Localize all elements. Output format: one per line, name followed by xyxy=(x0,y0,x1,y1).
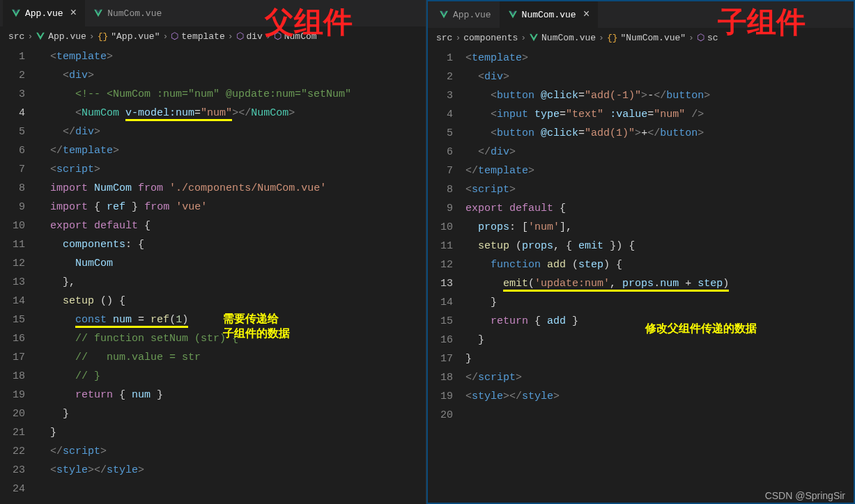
tab-numcom-vue-right[interactable]: NumCom.vue × xyxy=(500,1,599,28)
vue-icon xyxy=(508,10,518,19)
tab-app-vue-right[interactable]: App.vue xyxy=(431,1,500,28)
tab-label: App.vue xyxy=(25,8,63,19)
tab-label: NumCom.vue xyxy=(107,8,162,19)
breadcrumb-left[interactable]: src› App.vue› {} "App.vue"› ⬡ template› … xyxy=(0,26,426,46)
editor-left[interactable]: 123456789101112131415161718192021222324 … xyxy=(0,46,426,498)
tab-numcom-vue[interactable]: NumCom.vue xyxy=(85,0,170,26)
child-component-label: 子组件 xyxy=(718,3,806,42)
left-editor-pane: App.vue × NumCom.vue src› App.vue› {} "A… xyxy=(0,0,426,504)
vue-icon xyxy=(529,33,539,42)
close-icon[interactable]: × xyxy=(580,8,590,21)
template-icon: ⬡ xyxy=(171,31,178,42)
tab-bar-left: App.vue × NumCom.vue xyxy=(0,0,426,26)
tab-app-vue[interactable]: App.vue × xyxy=(3,0,85,26)
parent-component-label: 父组件 xyxy=(265,3,353,42)
annotation-left: 需要传递给子组件的数据 xyxy=(223,312,290,341)
line-gutter: 1234567891011121314151617181920 xyxy=(428,49,465,425)
code-area-left[interactable]: <template> <div> <!-- <NumCom :num="num"… xyxy=(38,47,426,498)
close-icon[interactable]: × xyxy=(68,7,77,19)
vue-icon xyxy=(11,8,21,18)
code-area-right[interactable]: <template> <div> <button @click="add(-1)… xyxy=(465,49,854,425)
tab-label: App.vue xyxy=(453,10,491,20)
vue-icon xyxy=(93,8,103,18)
div-icon: ⬡ xyxy=(236,31,244,42)
editor-right[interactable]: 1234567891011121314151617181920 <templat… xyxy=(428,47,854,425)
vue-icon xyxy=(439,10,449,19)
template-icon: ⬡ xyxy=(697,32,704,43)
annotation-right: 修改父组件传递的数据 xyxy=(645,322,757,336)
right-editor-pane: App.vue NumCom.vue × src› components› Nu… xyxy=(426,0,855,504)
watermark: CSDN @SpringSir xyxy=(765,490,845,501)
line-gutter: 123456789101112131415161718192021222324 xyxy=(0,47,38,498)
tab-label: NumCom.vue xyxy=(522,10,576,20)
vue-icon xyxy=(36,31,45,41)
